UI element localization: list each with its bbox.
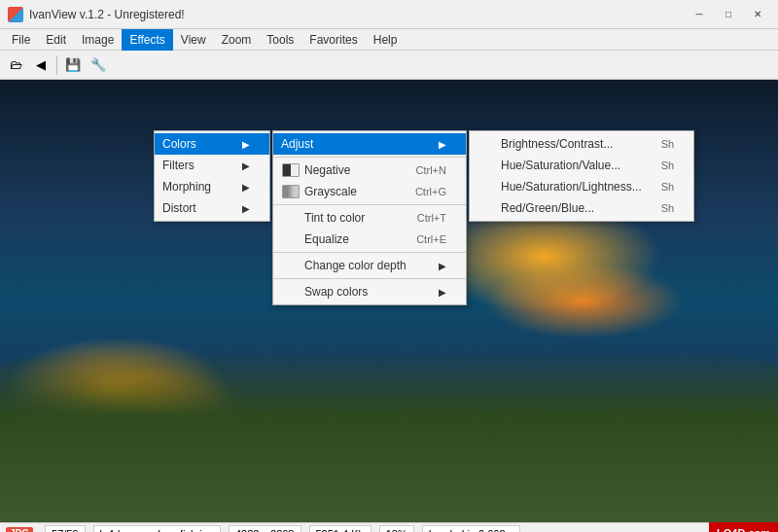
status-dimensions: 4032 x 2268 bbox=[229, 525, 301, 533]
colors-grayscale-item[interactable]: Grayscale Ctrl+G bbox=[273, 181, 466, 202]
status-loadtime: Loaded in 0.662 s bbox=[422, 525, 520, 533]
adjust-hsl-item[interactable]: Hue/Saturation/Lightness... Sh bbox=[470, 176, 693, 197]
adjust-brightness-shortcut: Sh bbox=[661, 138, 674, 150]
effects-colors-label: Colors bbox=[162, 137, 234, 151]
colors-dropdown: Adjust ▶ Negative Ctrl+N Grayscale Ctrl+… bbox=[272, 130, 467, 305]
colors-equalize-label: Equalize bbox=[304, 232, 397, 246]
app-icon bbox=[8, 7, 23, 22]
adjust-hsl-label: Hue/Saturation/Lightness... bbox=[501, 180, 642, 194]
colors-negative-label: Negative bbox=[304, 163, 397, 177]
menu-bar: File Edit Image Effects View Zoom Tools … bbox=[0, 29, 778, 51]
effects-distort-label: Distort bbox=[162, 201, 234, 215]
menu-tools[interactable]: Tools bbox=[259, 29, 301, 51]
effects-filters-label: Filters bbox=[162, 159, 234, 172]
toolbar-sep1 bbox=[56, 55, 57, 75]
menu-favorites[interactable]: Favorites bbox=[301, 29, 365, 51]
menu-zoom[interactable]: Zoom bbox=[214, 29, 260, 51]
colors-sep1 bbox=[273, 157, 466, 158]
colors-grayscale-shortcut: Ctrl+G bbox=[415, 186, 446, 197]
adjust-brightness-item[interactable]: Brightness/Contrast... Sh bbox=[470, 133, 693, 155]
adjust-dropdown: Brightness/Contrast... Sh Hue/Saturation… bbox=[469, 130, 694, 222]
effects-distort-arrow: ▶ bbox=[242, 203, 250, 214]
colors-equalize-item[interactable]: Equalize Ctrl+E bbox=[273, 229, 466, 250]
colors-equalize-shortcut: Ctrl+E bbox=[416, 233, 446, 245]
title-bar: IvanView v.1.2 - Unregistered! ─ □ ✕ bbox=[0, 0, 778, 29]
toolbar: 🗁 ◀ 💾 🔧 bbox=[0, 51, 778, 80]
colors-sep3 bbox=[273, 252, 466, 253]
effects-colors-item[interactable]: Colors ▶ bbox=[155, 133, 269, 155]
status-file-index: 57/59 bbox=[45, 525, 86, 533]
toolbar-save[interactable]: 💾 bbox=[61, 53, 85, 77]
menu-help[interactable]: Help bbox=[366, 29, 406, 51]
main-content: Colors ▶ Filters ▶ Morphing ▶ Distort ▶ … bbox=[0, 80, 778, 522]
maximize-button[interactable]: □ bbox=[716, 4, 741, 25]
colors-sep4 bbox=[273, 278, 466, 279]
close-button[interactable]: ✕ bbox=[745, 4, 770, 25]
adjust-hsv-label: Hue/Saturation/Value... bbox=[501, 159, 642, 172]
menu-edit[interactable]: Edit bbox=[38, 29, 74, 51]
menu-image[interactable]: Image bbox=[74, 29, 122, 51]
colors-sep2 bbox=[273, 204, 466, 205]
adjust-rgb-item[interactable]: Red/Green/Blue... Sh bbox=[470, 197, 693, 219]
effects-colors-arrow: ▶ bbox=[242, 139, 250, 150]
title-text: IvanView v.1.2 - Unregistered! bbox=[29, 8, 687, 21]
colors-depth-label: Change color depth bbox=[304, 259, 431, 272]
effects-dropdown: Colors ▶ Filters ▶ Morphing ▶ Distort ▶ bbox=[154, 130, 270, 222]
effects-filters-arrow: ▶ bbox=[242, 160, 250, 171]
grayscale-icon bbox=[281, 184, 301, 199]
colors-swap-item[interactable]: Swap colors ▶ bbox=[273, 281, 466, 302]
window-controls: ─ □ ✕ bbox=[687, 4, 770, 25]
colors-negative-item[interactable]: Negative Ctrl+N bbox=[273, 160, 466, 181]
adjust-brightness-label: Brightness/Contrast... bbox=[501, 137, 642, 151]
colors-negative-shortcut: Ctrl+N bbox=[416, 164, 446, 176]
jpg-badge: JPG bbox=[6, 527, 33, 532]
colors-depth-item[interactable]: Change color depth ▶ bbox=[273, 255, 466, 276]
colors-swap-arrow: ▶ bbox=[439, 287, 446, 298]
adjust-hsv-item[interactable]: Hue/Saturation/Value... Sh bbox=[470, 155, 693, 176]
toolbar-open[interactable]: 🗁 bbox=[4, 53, 27, 77]
effects-distort-item[interactable]: Distort ▶ bbox=[155, 197, 269, 219]
status-bar: JPG 57/59 lo4d.com - clownfish.jpg 4032 … bbox=[0, 522, 778, 532]
colors-adjust-arrow: ▶ bbox=[439, 139, 446, 150]
status-zoom: 13% bbox=[379, 525, 414, 533]
status-filename: lo4d.com - clownfish.jpg bbox=[93, 525, 221, 533]
minimize-button[interactable]: ─ bbox=[687, 4, 712, 25]
effects-morphing-arrow: ▶ bbox=[242, 182, 250, 193]
colors-tint-shortcut: Ctrl+T bbox=[417, 212, 446, 224]
effects-morphing-label: Morphing bbox=[162, 180, 234, 194]
colors-adjust-item[interactable]: Adjust ▶ bbox=[273, 133, 466, 155]
aquarium-ground bbox=[0, 347, 778, 522]
colors-tint-label: Tint to color bbox=[304, 211, 398, 225]
status-filesize: 5251.4 Kb bbox=[309, 525, 371, 533]
lo4d-logo: LO4D.com bbox=[709, 522, 778, 532]
negative-icon bbox=[281, 162, 301, 178]
colors-swap-label: Swap colors bbox=[304, 285, 431, 299]
adjust-hsl-shortcut: Sh bbox=[661, 181, 674, 193]
adjust-rgb-label: Red/Green/Blue... bbox=[501, 201, 642, 215]
toolbar-wrench[interactable]: 🔧 bbox=[87, 53, 110, 77]
adjust-rgb-shortcut: Sh bbox=[661, 202, 674, 214]
colors-depth-arrow: ▶ bbox=[439, 261, 446, 271]
effects-filters-item[interactable]: Filters ▶ bbox=[155, 155, 269, 176]
menu-file[interactable]: File bbox=[4, 29, 38, 51]
effects-morphing-item[interactable]: Morphing ▶ bbox=[155, 176, 269, 197]
colors-grayscale-label: Grayscale bbox=[304, 185, 396, 198]
adjust-hsv-shortcut: Sh bbox=[661, 160, 674, 171]
colors-adjust-label: Adjust bbox=[281, 137, 431, 151]
menu-effects[interactable]: Effects bbox=[122, 29, 172, 51]
colors-tint-item[interactable]: Tint to color Ctrl+T bbox=[273, 207, 466, 229]
toolbar-prev[interactable]: ◀ bbox=[29, 53, 53, 77]
menu-view[interactable]: View bbox=[173, 29, 214, 51]
